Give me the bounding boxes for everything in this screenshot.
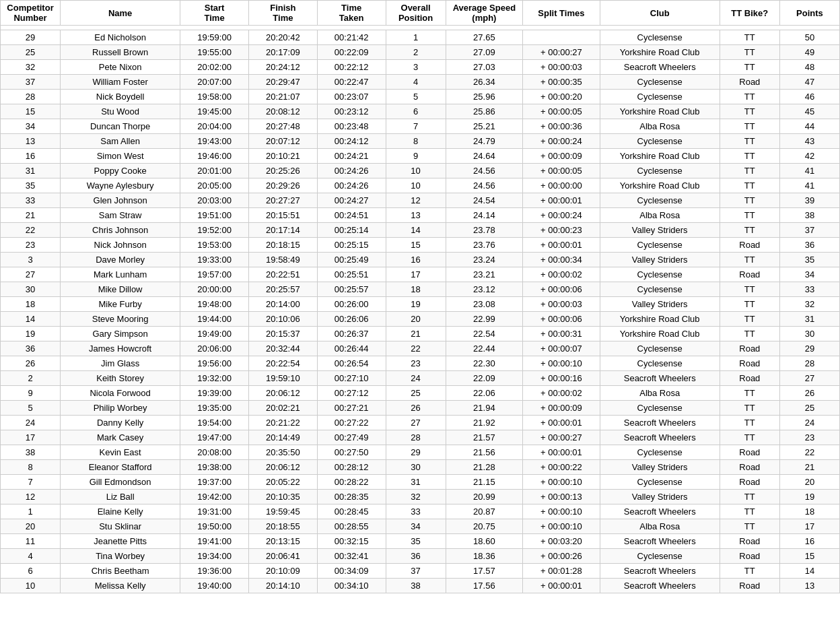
cell-start-time: 19:31:00 [180,504,249,519]
cell-finish-time: 20:24:12 [248,60,317,75]
cell-overall-position: 38 [386,579,446,593]
table-row: 5Philip Worbey19:35:0020:02:2100:27:2126… [1,401,840,416]
cell-tt-bike: TT [720,519,779,534]
table-row: 36James Howcroft20:06:0020:32:4400:26:44… [1,341,840,356]
cell-overall-position: 24 [386,371,446,386]
cell-number: 14 [1,312,61,327]
table-row: 9Nicola Forwood19:39:0020:06:1200:27:122… [1,386,840,401]
header-tt-bike: TT Bike? [720,1,779,26]
cell-finish-time: 20:13:15 [248,534,317,549]
cell-start-time: 19:44:00 [180,312,249,327]
cell-split-times: + 00:00:24 [523,208,600,223]
cell-start-time: 20:08:00 [180,445,249,460]
cell-overall-position: 37 [386,564,446,579]
table-row: 1Elaine Kelly19:31:0019:59:4500:28:45332… [1,504,840,519]
cell-club: Yorkshire Road Club [600,45,720,60]
cell-start-time: 19:59:00 [180,30,249,45]
cell-split-times: + 00:00:10 [523,356,600,371]
cell-points: 15 [779,549,839,564]
table-row: 20Stu Sklinar19:50:0020:18:5500:28:55342… [1,519,840,534]
cell-overall-position: 34 [386,519,446,534]
cell-split-times: + 00:00:02 [523,267,600,282]
cell-split-times: + 00:00:06 [523,282,600,297]
cell-time-taken: 00:32:41 [317,549,386,564]
header-points: Points [779,1,839,26]
cell-finish-time: 20:08:12 [248,104,317,119]
cell-number: 12 [1,490,61,504]
cell-finish-time: 20:17:09 [248,45,317,60]
cell-club: Seacroft Wheelers [600,371,720,386]
cell-time-taken: 00:34:10 [317,579,386,593]
cell-points: 32 [779,297,839,312]
cell-start-time: 19:55:00 [180,45,249,60]
cell-points: 38 [779,208,839,223]
cell-club: Yorkshire Road Club [600,178,720,193]
cell-number: 2 [1,371,61,386]
cell-average-speed: 23.12 [446,282,523,297]
cell-finish-time: 20:14:00 [248,297,317,312]
cell-time-taken: 00:23:07 [317,90,386,104]
cell-average-speed: 24.56 [446,164,523,178]
cell-tt-bike: TT [720,253,779,267]
cell-club: Cyclesense [600,75,720,90]
cell-tt-bike: TT [720,149,779,164]
cell-number: 20 [1,519,61,534]
cell-points: 31 [779,312,839,327]
cell-finish-time: 20:22:51 [248,267,317,282]
cell-finish-time: 20:35:50 [248,445,317,460]
cell-time-taken: 00:24:26 [317,178,386,193]
cell-points: 45 [779,104,839,119]
cell-time-taken: 00:26:54 [317,356,386,371]
cell-overall-position: 14 [386,223,446,238]
cell-tt-bike: TT [720,490,779,504]
cell-split-times: + 00:00:09 [523,149,600,164]
cell-start-time: 20:00:00 [180,282,249,297]
cell-split-times: + 00:00:24 [523,134,600,149]
cell-name: Glen Johnson [61,193,180,208]
cell-tt-bike: TT [720,386,779,401]
cell-overall-position: 26 [386,401,446,416]
cell-time-taken: 00:32:15 [317,534,386,549]
cell-name: Nick Boydell [61,90,180,104]
cell-club: Seacroft Wheelers [600,430,720,445]
cell-overall-position: 10 [386,178,446,193]
table-row: 33Glen Johnson20:03:0020:27:2700:24:2712… [1,193,840,208]
cell-start-time: 20:01:00 [180,164,249,178]
cell-finish-time: 20:27:27 [248,193,317,208]
cell-name: Gill Edmondson [61,475,180,490]
cell-overall-position: 30 [386,460,446,475]
cell-finish-time: 20:02:21 [248,401,317,416]
cell-finish-time: 20:21:07 [248,90,317,104]
cell-points: 46 [779,90,839,104]
cell-overall-position: 28 [386,430,446,445]
cell-overall-position: 21 [386,327,446,341]
cell-tt-bike: Road [720,460,779,475]
header-overall-position: OverallPosition [386,1,446,26]
cell-name: Nicola Forwood [61,386,180,401]
table-row: 17Mark Casey19:47:0020:14:4900:27:492821… [1,430,840,445]
cell-name: Elaine Kelly [61,504,180,519]
cell-points: 13 [779,579,839,593]
table-row: 31Poppy Cooke20:01:0020:25:2600:24:26102… [1,164,840,178]
header-time-taken: TimeTaken [317,1,386,26]
cell-split-times: + 00:00:01 [523,416,600,430]
cell-time-taken: 00:27:21 [317,401,386,416]
table-row: 27Mark Lunham19:57:0020:22:5100:25:51172… [1,267,840,282]
table-row: 18Mike Furby19:48:0020:14:0000:26:001923… [1,297,840,312]
cell-points: 36 [779,238,839,253]
cell-split-times: + 00:00:09 [523,401,600,416]
cell-time-taken: 00:22:09 [317,45,386,60]
cell-points: 42 [779,149,839,164]
cell-points: 43 [779,134,839,149]
table-row: 32Pete Nixon20:02:0020:24:1200:22:12327.… [1,60,840,75]
cell-tt-bike: TT [720,90,779,104]
cell-tt-bike: Road [720,356,779,371]
cell-split-times: + 00:00:22 [523,460,600,475]
cell-name: Ed Nicholson [61,30,180,45]
table-row: 28Nick Boydell19:58:0020:21:0700:23:0752… [1,90,840,104]
cell-number: 37 [1,75,61,90]
header-club: Club [600,1,720,26]
cell-name: Russell Brown [61,45,180,60]
cell-start-time: 20:04:00 [180,119,249,134]
cell-overall-position: 10 [386,164,446,178]
